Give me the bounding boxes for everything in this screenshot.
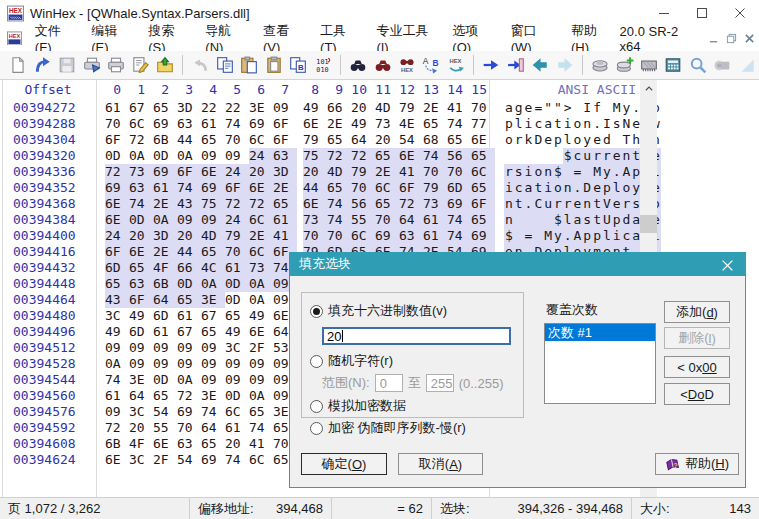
hex-byte-cell[interactable]: 74 [177,180,201,196]
ascii-char-cell[interactable]: g [514,100,524,116]
hex-byte-cell[interactable]: 74 [327,212,351,228]
hex-byte-cell[interactable]: 6B [153,276,177,292]
ascii-char-cell[interactable]: = [533,100,543,116]
hex-byte-cell[interactable]: 24 [249,148,273,164]
ascii-char-cell[interactable]: e [592,180,602,196]
hex-byte-cell[interactable]: 72 [129,132,153,148]
hex-byte-cell[interactable]: 61 [105,388,129,404]
hex-byte-cell[interactable]: 09 [177,340,201,356]
hex-byte-cell[interactable]: 65 [249,404,273,420]
replace-hex-icon[interactable]: HEX [444,53,467,77]
ascii-char-cell[interactable]: c [622,228,632,244]
hex-byte-cell[interactable]: 64 [351,132,375,148]
hex-byte-cell[interactable]: 55 [153,420,177,436]
hex-byte-cell[interactable]: 0D [225,388,249,404]
hex-byte-cell[interactable]: 65 [129,260,153,276]
ascii-char-cell[interactable]: y [622,100,632,116]
hex-byte-cell[interactable]: 20 [375,132,399,148]
ascii-char-cell[interactable]: A [622,164,632,180]
hex-byte-cell[interactable]: 64 [153,292,177,308]
hex-byte-cell[interactable]: 3E [201,388,225,404]
hex-byte-cell[interactable]: 72 [105,420,129,436]
ascii-char-cell[interactable]: y [553,228,563,244]
hex-byte-cell[interactable]: 69 [471,228,495,244]
hex-byte-cell[interactable]: 3E [249,100,273,116]
hex-byte-cell[interactable]: 72 [177,388,201,404]
hex-byte-cell[interactable]: 6F [225,180,249,196]
ascii-char-cell[interactable] [514,228,524,244]
ascii-char-cell[interactable]: f [592,100,602,116]
ascii-char-cell[interactable]: o [622,180,632,196]
ascii-char-cell[interactable]: l [612,180,622,196]
hex-byte-cell[interactable]: 66 [177,260,201,276]
hex-byte-cell[interactable]: 0D [129,212,153,228]
hex-byte-cell[interactable]: 79 [351,164,375,180]
hex-byte-cell[interactable]: 6E [249,324,273,340]
ascii-char-cell[interactable] [573,100,583,116]
hex-byte-cell[interactable]: 65 [153,100,177,116]
hex-byte-cell[interactable]: 61 [201,116,225,132]
ascii-char-cell[interactable] [612,132,622,148]
hex-byte-cell[interactable]: 65 [327,180,351,196]
hex-byte-cell[interactable]: 4F [129,436,153,452]
ascii-char-cell[interactable] [524,148,534,164]
hex-byte-cell[interactable]: 63 [177,116,201,132]
hex-byte-cell[interactable]: 6F [105,132,129,148]
ascii-char-cell[interactable]: i [563,116,573,132]
hex-byte-cell[interactable]: 3C [129,452,153,468]
hex-byte-cell[interactable]: 09 [225,148,249,164]
ascii-char-cell[interactable]: s [612,116,622,132]
hex-byte-cell[interactable]: 74 [249,420,273,436]
hex-byte-cell[interactable]: 2E [423,100,447,116]
hex-byte-cell[interactable]: 73 [129,164,153,180]
hex-byte-cell[interactable]: 49 [249,308,273,324]
hex-byte-cell[interactable]: 6C [375,180,399,196]
hex-byte-cell[interactable]: 6F [399,180,423,196]
ascii-char-cell[interactable]: l [563,132,573,148]
ascii-char-cell[interactable]: p [612,212,622,228]
fill-dod-button[interactable]: < DoD [664,383,730,405]
hex-value-input[interactable]: 20 [322,327,511,345]
radio-pseudo-random-circle[interactable] [310,422,323,435]
paste-icon[interactable] [238,53,261,77]
hex-byte-cell[interactable]: 65 [273,196,297,212]
mdi-minimize-icon[interactable] [706,31,722,47]
hex-byte-cell[interactable]: 64 [399,212,423,228]
hex-byte-cell[interactable]: 65 [153,388,177,404]
find-again-icon[interactable] [371,53,394,77]
ascii-char-cell[interactable]: a [573,212,583,228]
hex-byte-cell[interactable]: 55 [351,212,375,228]
ascii-char-cell[interactable]: C [533,196,543,212]
ascii-char-cell[interactable]: t [514,196,524,212]
close-icon[interactable] [721,0,759,26]
hex-byte-cell[interactable]: 43 [105,292,129,308]
ascii-char-cell[interactable]: c [533,116,543,132]
hex-byte-cell[interactable]: 6C [249,244,273,260]
hex-byte-cell[interactable]: 6D [105,260,129,276]
hex-byte-cell[interactable]: 54 [177,452,201,468]
hex-byte-cell[interactable]: 70 [177,420,201,436]
scrollbar-thumb[interactable] [640,215,657,233]
hex-byte-cell[interactable]: 6E [105,196,129,212]
hex-byte-cell[interactable]: 2E [153,244,177,260]
ascii-char-cell[interactable]: r [592,148,602,164]
hex-byte-cell[interactable]: 66 [327,100,351,116]
radio-pseudo-random[interactable]: 加密 伪随即序列数-慢(r) [310,419,466,437]
viewer-icon[interactable] [686,53,709,77]
maximize-icon[interactable] [683,0,721,26]
ascii-char-cell[interactable]: e [543,132,553,148]
hex-byte-cell[interactable]: 09 [177,212,201,228]
hex-byte-cell[interactable]: 0A [249,292,273,308]
hex-byte-cell[interactable]: 3E [129,372,153,388]
hex-byte-cell[interactable]: 63 [129,180,153,196]
ascii-char-cell[interactable]: r [563,196,573,212]
hex-byte-cell[interactable]: 65 [105,276,129,292]
pass-list-item[interactable]: 次数 #1 [545,324,655,341]
hex-byte-cell[interactable]: 79 [303,132,327,148]
clipboard-paste-icon[interactable] [262,53,285,77]
hex-byte-cell[interactable]: 09 [129,356,153,372]
hex-byte-cell[interactable]: 44 [177,244,201,260]
hex-byte-cell[interactable]: 61 [153,180,177,196]
mdi-restore-icon[interactable] [724,31,740,47]
hex-byte-cell[interactable]: 75 [303,148,327,164]
